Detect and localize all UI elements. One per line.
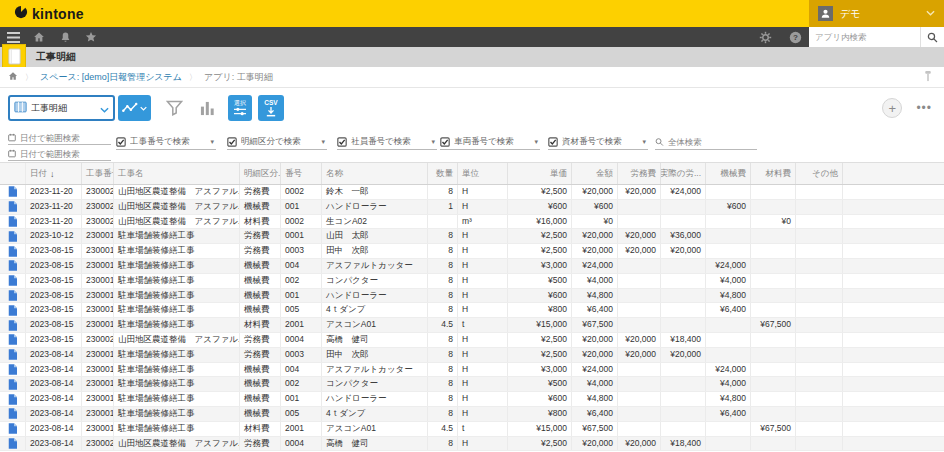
column-header[interactable]: 工事名 xyxy=(114,163,240,184)
breadcrumb-space-link[interactable]: スペース: [demo]日報管理システム xyxy=(40,71,182,84)
date-range-filter-to[interactable] xyxy=(8,147,111,161)
more-options-button[interactable]: ••• xyxy=(916,101,932,115)
csv-download-button[interactable]: CSV xyxy=(258,95,284,121)
table-row[interactable]: 2023-08-14230001駐車場舗装修繕工事労務費0003田中 次郎8H¥… xyxy=(0,348,944,363)
table-cell: アスコンA01 xyxy=(322,318,428,332)
filter-dropdown[interactable]: 工事番号で検索▾ xyxy=(116,134,216,150)
filler-cell xyxy=(843,274,944,288)
column-header[interactable]: 日付↓ xyxy=(26,163,82,184)
table-row[interactable]: 2023-08-15230001駐車場舗装修繕工事機械費001ハンドローラー8H… xyxy=(0,289,944,304)
user-name: デモ xyxy=(840,7,919,21)
record-open-link[interactable] xyxy=(0,215,26,229)
record-open-link[interactable] xyxy=(0,348,26,362)
add-record-button[interactable]: + xyxy=(882,98,902,118)
column-header[interactable]: 労務費 xyxy=(618,163,661,184)
table-row[interactable]: 2023-08-14230001駐車場舗装修繕工事機械費001ハンドローラー8H… xyxy=(0,392,944,407)
table-row[interactable]: 2023-08-14230001駐車場舗装修繕工事機械費002コンパクター8H¥… xyxy=(0,377,944,392)
home-icon[interactable] xyxy=(26,27,52,47)
global-search-field[interactable] xyxy=(655,134,757,150)
notifications-bell-icon[interactable] xyxy=(52,27,78,47)
record-open-link[interactable] xyxy=(0,229,26,243)
record-open-link[interactable] xyxy=(0,407,26,421)
table-row[interactable]: 2023-08-15230002山田地区農道整備 アスファル...労務費0004… xyxy=(0,333,944,348)
favorites-star-icon[interactable] xyxy=(78,27,104,47)
pin-icon[interactable] xyxy=(924,71,932,84)
table-cell: 山田地区農道整備 アスファル... xyxy=(114,333,240,347)
table-row[interactable]: 2023-11-20230002山田地区農道整備 アスファル...材料費0002… xyxy=(0,215,944,230)
view-selector-dropdown[interactable]: 工事明細 xyxy=(8,95,115,121)
column-header[interactable]: 金額 xyxy=(572,163,618,184)
table-row[interactable]: 2023-08-14230001駐車場舗装修繕工事機械費004アスファルトカッタ… xyxy=(0,363,944,378)
column-header[interactable]: 番号 xyxy=(281,163,322,184)
date-range-from-input[interactable] xyxy=(20,133,111,143)
table-row[interactable]: 2023-08-14230001駐車場舗装修繕工事機械費0054ｔダンプ8H¥8… xyxy=(0,407,944,422)
download-icon xyxy=(266,107,276,117)
filter-dropdown[interactable]: 社員番号で検索▾ xyxy=(337,134,437,150)
column-header[interactable]: 明細区分... xyxy=(240,163,281,184)
record-open-link[interactable] xyxy=(0,392,26,406)
graph-button[interactable] xyxy=(118,95,151,121)
help-icon[interactable]: ? xyxy=(782,27,808,47)
record-open-link[interactable] xyxy=(0,422,26,436)
table-row[interactable]: 2023-08-15230001駐車場舗装修繕工事機械費004アスファルトカッタ… xyxy=(0,259,944,274)
record-open-link[interactable] xyxy=(0,377,26,391)
app-search-button[interactable] xyxy=(920,27,944,47)
record-open-link[interactable] xyxy=(0,200,26,214)
filter-dropdown[interactable]: 明細区分で検索▾ xyxy=(227,134,327,150)
settings-gear-icon[interactable] xyxy=(752,27,778,47)
column-header[interactable]: 単位 xyxy=(458,163,508,184)
user-menu[interactable]: デモ xyxy=(809,0,944,27)
date-range-filter-from[interactable] xyxy=(8,131,111,145)
column-header[interactable]: その他 xyxy=(796,163,843,184)
table-row[interactable]: 2023-08-15230001駐車場舗装修繕工事材料費2001アスコンA014… xyxy=(0,318,944,333)
record-open-link[interactable] xyxy=(0,274,26,288)
table-cell: 8 xyxy=(428,289,458,303)
table-cell: 機械費 xyxy=(240,274,281,288)
table-row[interactable]: 2023-11-20230002山田地区農道整備 アスファル...労務費0002… xyxy=(0,185,944,200)
table-row[interactable]: 2023-08-14230001駐車場舗装修繕工事材料費2001アスコンA014… xyxy=(0,422,944,437)
table-row[interactable]: 2023-08-15230001駐車場舗装修繕工事機械費0054ｔダンプ8H¥8… xyxy=(0,303,944,318)
column-header[interactable]: 工事番号... xyxy=(82,163,114,184)
table-cell xyxy=(618,274,661,288)
record-open-link[interactable] xyxy=(0,289,26,303)
record-open-link[interactable] xyxy=(0,437,26,451)
table-cell: t xyxy=(458,318,508,332)
app-search-input[interactable] xyxy=(809,27,920,47)
bar-chart-icon[interactable] xyxy=(195,101,219,116)
column-header[interactable]: 単価 xyxy=(508,163,572,184)
column-header[interactable]: 機械費 xyxy=(706,163,751,184)
select-button[interactable]: 選択 xyxy=(228,95,252,121)
global-search-input[interactable] xyxy=(668,137,757,147)
table-cell xyxy=(796,407,843,421)
table-row[interactable]: 2023-08-15230001駐車場舗装修繕工事労務費0003田中 次郎8H¥… xyxy=(0,244,944,259)
filter-dropdown[interactable]: 車両番号で検索▾ xyxy=(440,134,540,150)
table-row[interactable]: 2023-08-14230002山田地区農道整備 アスファル...労務費0004… xyxy=(0,437,944,452)
table-row[interactable]: 2023-10-12230001駐車場舗装修繕工事労務費0001山田 太郎8H¥… xyxy=(0,229,944,244)
breadcrumb-home-icon[interactable] xyxy=(8,71,18,83)
filter-funnel-icon[interactable] xyxy=(162,100,186,116)
table-cell xyxy=(751,244,796,258)
record-open-link[interactable] xyxy=(0,259,26,273)
table-cell: 2023-10-12 xyxy=(26,229,82,243)
record-open-link[interactable] xyxy=(0,333,26,347)
record-open-link[interactable] xyxy=(0,318,26,332)
record-open-link[interactable] xyxy=(0,244,26,258)
table-cell xyxy=(796,422,843,436)
column-header[interactable]: 実際の労... xyxy=(661,163,706,184)
table-cell: ¥600 xyxy=(572,200,618,214)
table-cell xyxy=(751,200,796,214)
record-open-link[interactable] xyxy=(0,185,26,199)
checkbox-icon xyxy=(548,137,558,147)
filter-dropdown[interactable]: 資材番号で検索▾ xyxy=(548,134,648,150)
table-view-icon xyxy=(14,99,27,117)
column-header[interactable]: 名称 xyxy=(322,163,428,184)
column-header[interactable]: 材料費 xyxy=(751,163,796,184)
table-row[interactable]: 2023-08-15230001駐車場舗装修繕工事機械費002コンパクター8H¥… xyxy=(0,274,944,289)
table-row[interactable]: 2023-11-20230002山田地区農道整備 アスファル...機械費001ハ… xyxy=(0,200,944,215)
date-range-to-input[interactable] xyxy=(20,149,111,159)
record-open-link[interactable] xyxy=(0,303,26,317)
kintone-logo[interactable]: kintone xyxy=(14,5,84,23)
record-open-link[interactable] xyxy=(0,363,26,377)
table-cell: H xyxy=(458,363,508,377)
column-header[interactable]: 数量 xyxy=(428,163,458,184)
